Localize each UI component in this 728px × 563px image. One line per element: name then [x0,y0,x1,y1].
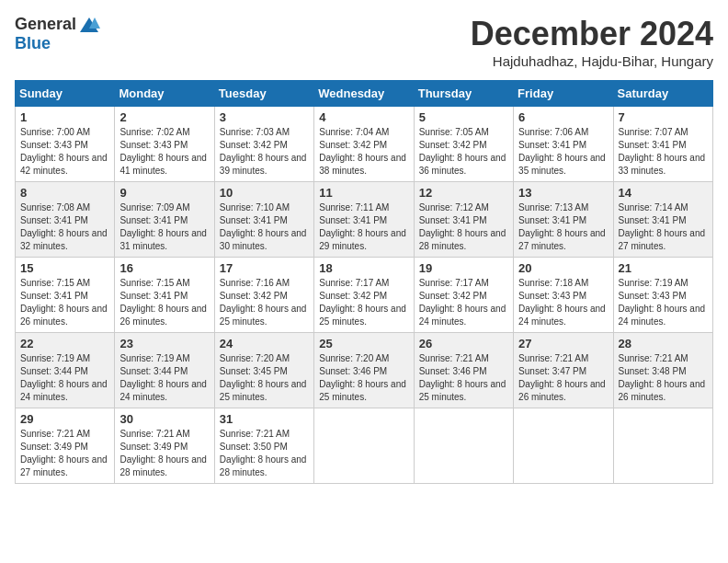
calendar-week-row: 29 Sunrise: 7:21 AM Sunset: 3:49 PM Dayl… [16,408,713,484]
daylight-label: Daylight: 8 hours and 29 minutes. [319,228,406,251]
sunrise-label: Sunrise: 7:14 AM [619,202,688,213]
weekday-header: Wednesday [314,81,414,107]
sunset-label: Sunset: 3:41 PM [619,215,687,225]
daylight-label: Daylight: 8 hours and 27 minutes. [619,228,706,251]
day-number: 15 [20,261,109,275]
daylight-label: Daylight: 8 hours and 28 minutes. [419,228,506,251]
day-number: 25 [319,337,408,350]
daylight-label: Daylight: 8 hours and 31 minutes. [119,228,207,251]
calendar-cell: 26 Sunrise: 7:21 AM Sunset: 3:46 PM Dayl… [414,333,513,408]
cell-content: Sunrise: 7:20 AM Sunset: 3:45 PM Dayligh… [220,352,309,404]
calendar-cell: 15 Sunrise: 7:15 AM Sunset: 3:41 PM Dayl… [16,258,115,333]
sunrise-label: Sunrise: 7:11 AM [319,202,389,213]
daylight-label: Daylight: 8 hours and 30 minutes. [220,228,307,251]
daylight-label: Daylight: 8 hours and 26 minutes. [619,379,706,402]
cell-content: Sunrise: 7:21 AM Sunset: 3:49 PM Dayligh… [119,428,209,479]
logo-icon [78,16,100,34]
day-number: 8 [20,186,109,200]
calendar-cell: 18 Sunrise: 7:17 AM Sunset: 3:42 PM Dayl… [314,258,414,333]
calendar-cell: 3 Sunrise: 7:03 AM Sunset: 3:42 PM Dayli… [214,107,313,182]
day-number: 23 [119,337,209,350]
day-number: 5 [419,110,508,124]
weekday-header: Thursday [414,81,513,107]
sunset-label: Sunset: 3:44 PM [119,366,188,376]
cell-content: Sunrise: 7:21 AM Sunset: 3:50 PM Dayligh… [220,428,309,479]
sunset-label: Sunset: 3:41 PM [518,140,586,150]
cell-content: Sunrise: 7:15 AM Sunset: 3:41 PM Dayligh… [119,277,209,328]
day-number: 3 [220,110,309,124]
cell-content: Sunrise: 7:08 AM Sunset: 3:41 PM Dayligh… [20,201,109,253]
day-number: 18 [319,261,408,275]
sunrise-label: Sunrise: 7:05 AM [419,127,489,137]
day-number: 16 [119,261,209,275]
calendar-cell: 29 Sunrise: 7:21 AM Sunset: 3:49 PM Dayl… [16,408,115,484]
sunset-label: Sunset: 3:45 PM [220,366,288,376]
day-number: 6 [518,110,608,124]
daylight-label: Daylight: 8 hours and 25 minutes. [220,379,307,402]
sunrise-label: Sunrise: 7:08 AM [20,202,90,213]
sunrise-label: Sunrise: 7:16 AM [220,278,290,288]
day-number: 14 [619,186,708,200]
logo: General Blue [15,15,100,53]
sunset-label: Sunset: 3:41 PM [419,215,487,225]
title-block: December 2024 Hajduhadhaz, Hajdu-Bihar, … [471,15,713,69]
sunset-label: Sunset: 3:41 PM [119,215,188,225]
calendar-cell: 14 Sunrise: 7:14 AM Sunset: 3:41 PM Dayl… [613,182,712,258]
weekday-header: Sunday [16,81,115,107]
day-number: 12 [419,186,508,200]
calendar-cell: 23 Sunrise: 7:19 AM Sunset: 3:44 PM Dayl… [115,333,214,408]
calendar-cell: 13 Sunrise: 7:13 AM Sunset: 3:41 PM Dayl… [514,182,613,258]
daylight-label: Daylight: 8 hours and 27 minutes. [518,228,606,251]
calendar-cell: 6 Sunrise: 7:06 AM Sunset: 3:41 PM Dayli… [514,107,613,182]
sunrise-label: Sunrise: 7:15 AM [20,278,90,288]
cell-content: Sunrise: 7:07 AM Sunset: 3:41 PM Dayligh… [619,126,708,178]
calendar-table: SundayMondayTuesdayWednesdayThursdayFrid… [15,80,713,484]
calendar-cell: 28 Sunrise: 7:21 AM Sunset: 3:48 PM Dayl… [613,333,712,408]
daylight-label: Daylight: 8 hours and 42 minutes. [20,153,108,176]
cell-content: Sunrise: 7:13 AM Sunset: 3:41 PM Dayligh… [518,201,608,253]
day-number: 20 [518,261,608,275]
calendar-week-row: 22 Sunrise: 7:19 AM Sunset: 3:44 PM Dayl… [16,333,713,408]
sunrise-label: Sunrise: 7:17 AM [419,278,489,288]
sunrise-label: Sunrise: 7:21 AM [419,353,489,363]
sunrise-label: Sunrise: 7:19 AM [619,278,688,288]
sunset-label: Sunset: 3:46 PM [319,366,387,376]
cell-content: Sunrise: 7:19 AM Sunset: 3:43 PM Dayligh… [619,277,708,328]
logo-general: General [15,15,76,34]
sunrise-label: Sunrise: 7:10 AM [220,202,290,213]
calendar-cell [314,408,414,484]
calendar-cell: 21 Sunrise: 7:19 AM Sunset: 3:43 PM Dayl… [613,258,712,333]
cell-content: Sunrise: 7:14 AM Sunset: 3:41 PM Dayligh… [619,201,708,253]
cell-content: Sunrise: 7:19 AM Sunset: 3:44 PM Dayligh… [20,352,109,404]
cell-content: Sunrise: 7:09 AM Sunset: 3:41 PM Dayligh… [119,201,209,253]
daylight-label: Daylight: 8 hours and 36 minutes. [419,153,506,176]
cell-content: Sunrise: 7:05 AM Sunset: 3:42 PM Dayligh… [419,126,508,178]
day-number: 11 [319,186,408,200]
cell-content: Sunrise: 7:17 AM Sunset: 3:42 PM Dayligh… [419,277,508,328]
sunrise-label: Sunrise: 7:09 AM [119,202,189,213]
sunrise-label: Sunrise: 7:21 AM [119,429,189,439]
calendar-cell: 24 Sunrise: 7:20 AM Sunset: 3:45 PM Dayl… [214,333,313,408]
cell-content: Sunrise: 7:16 AM Sunset: 3:42 PM Dayligh… [220,277,309,328]
sunrise-label: Sunrise: 7:13 AM [518,202,588,213]
calendar-cell: 30 Sunrise: 7:21 AM Sunset: 3:49 PM Dayl… [115,408,214,484]
cell-content: Sunrise: 7:02 AM Sunset: 3:43 PM Dayligh… [119,126,209,178]
sunrise-label: Sunrise: 7:20 AM [220,353,290,363]
calendar-cell: 5 Sunrise: 7:05 AM Sunset: 3:42 PM Dayli… [414,107,513,182]
sunrise-label: Sunrise: 7:21 AM [220,429,290,439]
daylight-label: Daylight: 8 hours and 24 minutes. [419,304,506,327]
cell-content: Sunrise: 7:17 AM Sunset: 3:42 PM Dayligh… [319,277,408,328]
sunset-label: Sunset: 3:41 PM [619,140,687,150]
day-number: 17 [220,261,309,275]
day-number: 29 [20,412,109,426]
sunrise-label: Sunrise: 7:19 AM [20,353,90,363]
sunrise-label: Sunrise: 7:18 AM [518,278,588,288]
daylight-label: Daylight: 8 hours and 26 minutes. [20,304,108,327]
location-subtitle: Hajduhadhaz, Hajdu-Bihar, Hungary [471,53,713,69]
weekday-header: Tuesday [214,81,313,107]
daylight-label: Daylight: 8 hours and 35 minutes. [518,153,606,176]
calendar-cell: 19 Sunrise: 7:17 AM Sunset: 3:42 PM Dayl… [414,258,513,333]
sunset-label: Sunset: 3:49 PM [20,442,88,452]
page-header: General Blue December 2024 Hajduhadhaz, … [15,15,713,69]
day-number: 4 [319,110,408,124]
